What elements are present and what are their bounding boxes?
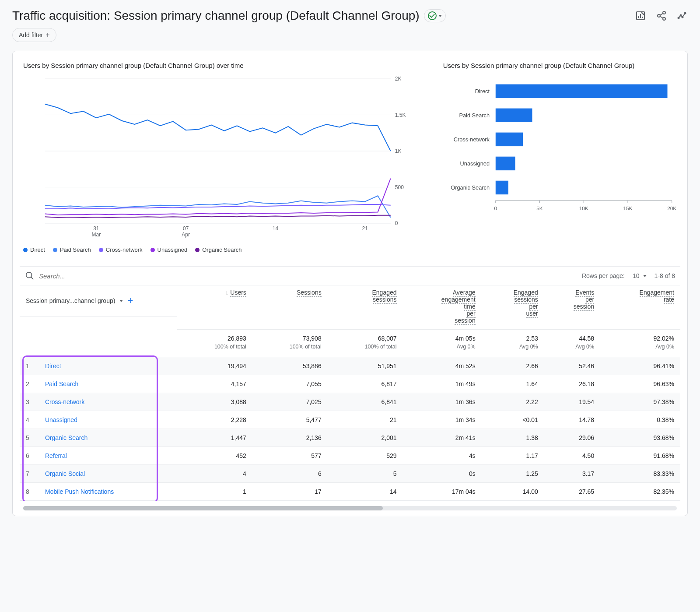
column-header[interactable]: Engagedsessionsperuser — [482, 285, 544, 330]
bar-chart-title: Users by Session primary channel group (… — [440, 62, 680, 69]
dimension-picker[interactable]: Session primary...channel group) — [26, 297, 115, 304]
svg-rect-25 — [495, 84, 667, 98]
legend-dot — [150, 248, 155, 252]
svg-point-5 — [680, 15, 682, 16]
column-header[interactable]: Engagedsessions — [328, 285, 403, 330]
channel-link[interactable]: Unassigned — [45, 416, 77, 423]
add-filter-button[interactable]: Add filter + — [12, 28, 56, 42]
table-row[interactable]: 1Direct19,49453,88651,9514m 52s2.6652.46… — [20, 357, 680, 375]
svg-text:10K: 10K — [579, 205, 588, 211]
svg-text:21: 21 — [362, 225, 368, 232]
column-header[interactable]: Eventspersession — [544, 285, 600, 330]
svg-rect-31 — [495, 157, 515, 170]
svg-text:14: 14 — [273, 225, 279, 232]
svg-text:2K: 2K — [395, 76, 402, 82]
share-icon[interactable] — [656, 11, 667, 21]
svg-point-1 — [663, 11, 665, 14]
svg-text:Mar: Mar — [92, 232, 101, 238]
legend-item[interactable]: Organic Search — [195, 246, 242, 253]
svg-text:07: 07 — [183, 225, 189, 232]
chevron-down-icon — [119, 300, 123, 302]
table-row[interactable]: 3Cross-network3,0887,0256,8411m 36s2.221… — [20, 393, 680, 411]
svg-text:20K: 20K — [667, 205, 676, 211]
legend-dot — [99, 248, 103, 252]
legend-item[interactable]: Cross-network — [99, 246, 143, 253]
channel-link[interactable]: Organic Social — [45, 470, 85, 477]
table-toolbar: Rows per page: 10 1-8 of 8 — [20, 266, 680, 285]
legend-item[interactable]: Paid Search — [53, 246, 91, 253]
svg-text:Organic Search: Organic Search — [451, 184, 490, 191]
svg-rect-33 — [495, 181, 508, 194]
svg-text:0: 0 — [494, 205, 497, 211]
check-icon — [428, 11, 437, 20]
svg-point-7 — [685, 13, 686, 14]
rows-per-page-select[interactable]: 10 — [633, 272, 647, 279]
rows-per-page-label: Rows per page: — [582, 272, 625, 279]
insights-icon[interactable] — [677, 11, 688, 21]
data-table: Session primary...channel group) + ↓User… — [20, 285, 680, 501]
svg-text:31: 31 — [93, 225, 99, 232]
legend-item[interactable]: Direct — [23, 246, 45, 253]
svg-text:Apr: Apr — [182, 232, 190, 238]
customize-report-icon[interactable] — [635, 11, 646, 21]
column-header[interactable]: Sessions — [252, 285, 328, 330]
table-row[interactable]: 6Referral4525775294s1.174.5091.68% — [20, 447, 680, 465]
channel-link[interactable]: Referral — [45, 452, 67, 459]
bar-chart: DirectPaid SearchCross-networkUnassigned… — [440, 74, 680, 223]
table-row[interactable]: 8Mobile Push Notifications1171417m 04s14… — [20, 483, 680, 501]
svg-rect-29 — [495, 133, 522, 146]
status-badge[interactable] — [424, 9, 446, 22]
channel-link[interactable]: Organic Search — [45, 434, 88, 441]
add-dimension-button[interactable]: + — [127, 295, 133, 306]
svg-text:0: 0 — [395, 220, 398, 226]
svg-point-45 — [26, 272, 32, 278]
legend-item[interactable]: Unassigned — [150, 246, 188, 253]
svg-text:5K: 5K — [536, 205, 543, 211]
svg-point-3 — [663, 18, 665, 20]
svg-text:Paid Search: Paid Search — [459, 112, 490, 119]
chevron-down-icon — [643, 275, 647, 277]
page-title: Traffic acquisition: Session primary cha… — [12, 9, 420, 23]
svg-text:15K: 15K — [623, 205, 632, 211]
svg-rect-27 — [495, 109, 532, 122]
table-row[interactable]: 7Organic Social4650s1.253.1783.33% — [20, 465, 680, 483]
channel-link[interactable]: Cross-network — [45, 398, 84, 405]
line-chart: 05001K1.5K2K31Mar07Apr1421 — [20, 74, 429, 241]
table-row[interactable]: 2Paid Search4,1577,0556,8171m 49s1.6426.… — [20, 375, 680, 393]
channel-link[interactable]: Direct — [45, 362, 61, 369]
report-header: Traffic acquisition: Session primary cha… — [12, 9, 688, 23]
search-icon — [25, 271, 35, 281]
channel-link[interactable]: Paid Search — [45, 380, 78, 387]
column-header[interactable]: ↓Users — [177, 285, 252, 330]
chevron-down-icon — [438, 15, 442, 17]
svg-point-6 — [682, 17, 683, 18]
filter-label: Add filter — [19, 32, 43, 39]
legend-dot — [23, 248, 28, 252]
channel-link[interactable]: Mobile Push Notifications — [45, 488, 114, 495]
svg-text:500: 500 — [395, 184, 404, 190]
column-header[interactable]: Engagementrate — [600, 285, 680, 330]
svg-text:Unassigned: Unassigned — [460, 160, 489, 167]
svg-text:1.5K: 1.5K — [395, 112, 406, 118]
plus-icon: + — [46, 31, 49, 39]
svg-point-2 — [658, 14, 660, 17]
horizontal-scrollbar[interactable] — [23, 506, 677, 510]
column-header[interactable]: Averageengagementtimepersession — [403, 285, 482, 330]
table-row[interactable]: 4Unassigned2,2285,477211m 34s<0.0114.780… — [20, 411, 680, 429]
svg-text:Direct: Direct — [475, 88, 490, 95]
chart-legend: DirectPaid SearchCross-networkUnassigned… — [20, 242, 429, 257]
search-input[interactable] — [39, 272, 170, 280]
svg-text:1K: 1K — [395, 148, 402, 154]
legend-dot — [195, 248, 200, 252]
svg-text:Cross-network: Cross-network — [453, 136, 490, 143]
legend-dot — [53, 248, 57, 252]
line-chart-title: Users by Session primary channel group (… — [20, 62, 429, 69]
report-card: Users by Session primary channel group (… — [12, 51, 688, 516]
table-row[interactable]: 5Organic Search1,4472,1362,0012m 41s1.38… — [20, 429, 680, 447]
svg-point-4 — [678, 18, 679, 19]
pagination-range: 1-8 of 8 — [654, 272, 675, 279]
